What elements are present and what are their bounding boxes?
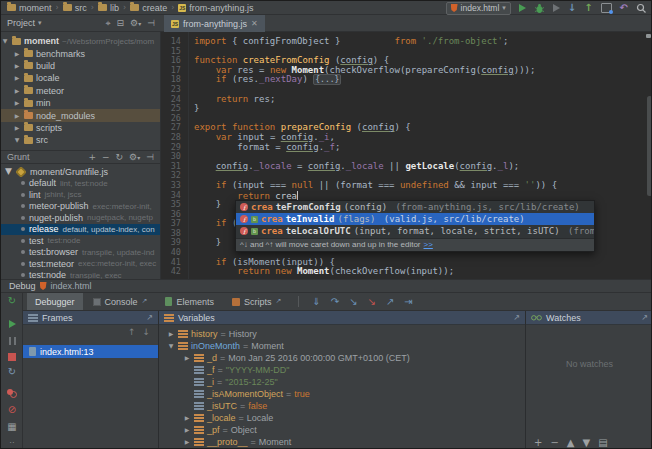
project-tree-item[interactable]: ▼src [1,134,160,146]
chevron-collapsed-icon[interactable]: ▶ [13,113,21,119]
variable-row[interactable]: ▼inOneMonth=Moment [159,340,525,352]
code-line[interactable]: 18 if (res._nextDay) {...} [161,75,652,85]
chevron-collapsed-icon[interactable]: ▶ [13,125,21,131]
variable-row[interactable]: _i="2015-12-25" [159,376,525,388]
commit-changes-icon[interactable]: ↑ [584,3,592,13]
view-breakpoints-icon[interactable] [1,389,23,400]
code-line[interactable]: 42 return new Moment(checkOverflow(input… [161,267,652,277]
move-up-icon[interactable]: ▲ [567,438,575,448]
variable-row[interactable]: ▶_locale=Locale [159,412,525,424]
variable-row[interactable]: ▶__proto__=Moment [159,436,525,448]
stop-icon[interactable] [1,352,23,363]
code-line[interactable]: 25} [161,104,652,114]
chevron-collapsed-icon[interactable]: ▶ [13,100,21,106]
add-icon[interactable]: + [534,438,542,448]
variable-row[interactable]: ▶_d=Mon Jan 25 2016 00:00:00 GMT+0100 (C… [159,352,525,364]
completion-item[interactable]: fbcreateLocalOrUTC(input, format, locale… [236,225,594,237]
step-out-icon[interactable]: ↗ [386,297,394,307]
code-line[interactable]: 14import { configFromObject } from './fr… [161,37,652,47]
changes-icon[interactable] [601,3,612,13]
hide-panel-icon[interactable]: ⊣ [147,19,155,28]
editor-scrollbar[interactable] [647,96,652,196]
breadcrumb-item[interactable]: src [63,3,87,13]
editor-tab[interactable]: JS from-anything.js ✕ [164,15,265,32]
run-button[interactable] [519,4,526,12]
completion-item[interactable]: fbcreateInvalid(flags) (valid.js, src/li… [236,213,594,225]
restart-icon[interactable]: ↻ [1,367,23,377]
variable-row[interactable]: _f="YYYY-MM-DD" [159,364,525,376]
code-line[interactable]: 33 if (input === null || (format === und… [161,181,652,191]
frame-item[interactable]: index.html:13 [23,345,158,358]
chevron-collapsed-icon[interactable]: ▶ [13,63,21,69]
grunt-task-item[interactable]: test:meteorexec:meteor-init, exec [1,258,160,270]
restore-layout-icon[interactable]: ▦ [1,422,23,432]
variable-row[interactable]: _isAMomentObject=true [159,388,525,400]
run-to-cursor-icon[interactable]: ⇥ [404,297,412,307]
close-tab-icon[interactable]: ✕ [251,19,258,28]
previous-frame-icon[interactable]: ↑ [128,328,136,337]
code-line[interactable]: 29 format = config._f; [161,143,652,153]
project-tree-item[interactable]: ▶min [1,97,160,109]
grunt-task-item[interactable]: testtest:node [1,235,160,247]
variable-row[interactable]: ▶history=History [159,328,525,340]
code-line[interactable]: 31 config._locale = config._locale || ge… [161,162,652,172]
debug-tab-debugger[interactable]: Debugger [27,293,83,310]
step-into-icon[interactable]: ↘ [349,297,357,307]
refresh-icon[interactable]: ↻ [116,153,124,162]
chevron-collapsed-icon[interactable]: ▶ [13,51,21,57]
gear-icon[interactable]: ⚙▾ [130,19,141,28]
step-over-icon[interactable]: ↷ [331,297,339,307]
breadcrumb-item[interactable]: lib [98,3,119,13]
resume-icon[interactable] [1,319,23,330]
chevron-expanded-icon[interactable]: ▼ [1,38,9,44]
chevron-collapsed-icon[interactable]: ▶ [183,415,191,421]
remove-icon[interactable]: − [102,153,110,162]
rollback-icon[interactable]: ↶ [620,3,628,13]
breadcrumb-item[interactable]: create [130,3,167,13]
variables-header[interactable]: Variables ↗ [159,311,525,325]
debug-bug-button[interactable] [534,3,545,14]
debug-tab-console[interactable]: Console↗ [85,293,156,310]
project-tree-item[interactable]: ▶node_modules [1,109,160,121]
completion-item[interactable]: fcreateFromConfig(config) (from-anything… [236,201,594,213]
chevron-collapsed-icon[interactable]: ▶ [183,355,191,361]
chevron-collapsed-icon[interactable]: ▶ [167,331,175,337]
hint-more-link[interactable]: >> [424,240,433,249]
move-down-icon[interactable]: ▼ [582,438,590,448]
chevron-collapsed-icon[interactable]: ▶ [183,427,191,433]
debug-toolwindow-titlebar[interactable]: Debug index.html [1,279,652,292]
float-panel-icon[interactable]: ↗ [146,314,153,322]
grunt-task-item[interactable]: test:browsertranspile, update-ind [1,247,160,259]
debug-tab-scripts[interactable]: Scripts↗ [224,293,289,310]
project-tree-item[interactable]: ▶scripts [1,122,160,134]
chevron-expanded-icon[interactable]: ▼ [13,137,21,143]
force-step-into-icon[interactable]: ↘ [368,297,376,307]
grunt-panel-header[interactable]: Grunt + − ↻ ⚙▾ ⊣ [1,150,160,164]
pause-icon[interactable] [1,336,23,347]
float-panel-icon[interactable]: ↗ [513,314,520,322]
variable-row[interactable]: _isUTC=false [159,400,525,412]
chevron-collapsed-icon[interactable]: ▶ [13,88,21,94]
code-line[interactable]: 24 return res; [161,95,652,105]
chevron-collapsed-icon[interactable]: ▶ [13,75,21,81]
project-toolwindow-header[interactable]: Project ▾ ⌖ ⊟ ⚙▾ ⊣ [1,15,161,32]
project-tree-item[interactable]: ▶build [1,60,160,72]
grunt-task-item[interactable]: defaultlint, test:node [1,178,160,190]
float-panel-icon[interactable]: ↗ [641,314,648,322]
chevron-expanded-icon[interactable]: ▼ [5,167,12,176]
grunt-root-item[interactable]: ▼moment/Gruntfile.js [1,166,160,178]
chevron-expanded-icon[interactable]: ▼ [167,343,175,349]
paste-icon[interactable]: ▤ [598,438,607,448]
gear-icon[interactable]: ⚙▾ [129,153,140,162]
search-everywhere-icon[interactable] [636,3,647,14]
grunt-task-item[interactable]: meteor-publishexec:meteor-init, [1,201,160,213]
chevron-collapsed-icon[interactable]: ▶ [183,439,191,445]
grunt-task-item[interactable]: nuget-publishnugetpack, nugetp [1,212,160,224]
run-with-coverage-button[interactable] [553,4,560,12]
locate-file-icon[interactable]: ⌖ [105,19,110,28]
hide-panel-icon[interactable]: ⊣ [146,153,154,162]
frames-header[interactable]: Frames ↗ [23,311,158,325]
collapse-all-icon[interactable]: ⊟ [117,19,125,28]
breadcrumb-item[interactable]: JSfrom-anything.js [178,3,253,13]
show-execution-point-icon[interactable]: ⇓ [312,297,320,307]
